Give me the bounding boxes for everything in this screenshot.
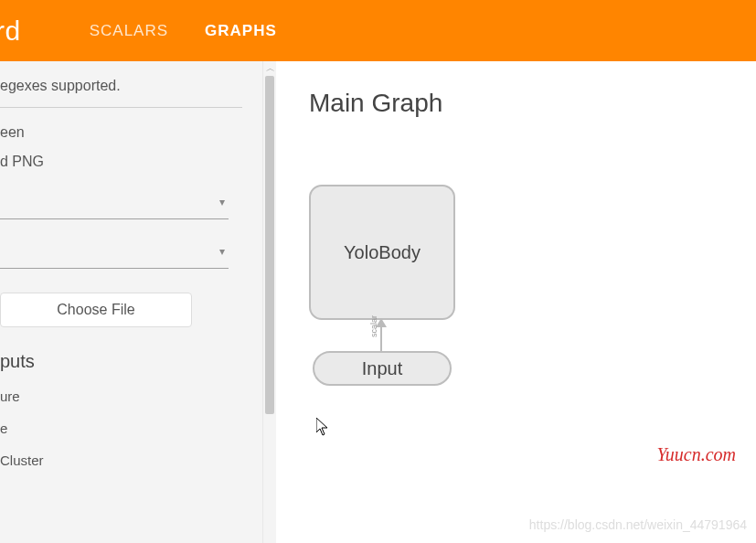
trace-option-device[interactable]: e	[0, 421, 242, 436]
run-select-dropdown[interactable]	[0, 194, 229, 219]
download-png-option[interactable]: d PNG	[0, 154, 242, 170]
watermark-blog: https://blog.csdn.net/weixin_44791964	[529, 517, 747, 532]
fit-to-screen-option[interactable]: een	[0, 124, 242, 141]
subgraph-section-header: puts	[0, 351, 242, 372]
graph-node-yolobody[interactable]: YoloBody	[309, 185, 455, 320]
trace-option-cluster[interactable]: Cluster	[0, 452, 242, 468]
trace-option-structure[interactable]: ure	[0, 389, 242, 404]
graph-node-input[interactable]: Input	[313, 351, 452, 386]
app-header: rd SCALARS GRAPHS	[0, 0, 756, 61]
tab-graphs[interactable]: GRAPHS	[205, 0, 277, 61]
graph-canvas[interactable]: YoloBody scalar Input	[309, 185, 455, 386]
main-panel: Main Graph YoloBody scalar Input	[263, 61, 756, 543]
divider	[0, 107, 242, 108]
tab-bar: SCALARS GRAPHS	[90, 0, 277, 61]
choose-file-button[interactable]: Choose File	[0, 293, 192, 327]
regex-hint: egexes supported.	[0, 78, 242, 94]
content-area: egexes supported. een d PNG Choose File …	[0, 61, 756, 543]
tab-scalars[interactable]: SCALARS	[90, 0, 168, 61]
graph-edge	[380, 320, 382, 351]
sidebar: egexes supported. een d PNG Choose File …	[0, 61, 263, 543]
graph-edge-label: scalar	[369, 315, 378, 337]
tag-select-dropdown[interactable]	[0, 243, 229, 269]
logo-fragment: rd	[0, 16, 21, 47]
main-graph-title: Main Graph	[309, 89, 756, 118]
watermark-site: Yuucn.com	[657, 444, 736, 465]
